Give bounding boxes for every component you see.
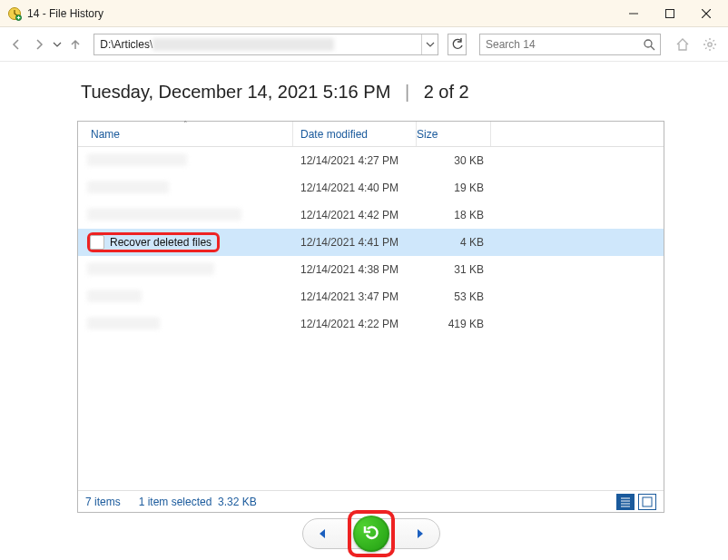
restore-highlight [348,510,395,557]
file-date-cell: 12/14/2021 4:27 PM [293,154,417,167]
file-size-cell: 30 KB [417,154,491,167]
version-heading: Tuesday, December 14, 2021 5:16 PM | 2 o… [81,82,664,103]
window-title: 14 - File History [27,7,103,20]
file-list: ˄ Name Date modified Size 12/14/2021 4:2… [77,121,664,513]
chevron-down-icon [53,40,62,49]
chevron-down-icon [426,40,435,49]
forward-icon [32,37,46,52]
version-datetime: Tuesday, December 14, 2021 5:16 PM [81,82,390,102]
forward-button[interactable] [29,34,47,55]
file-row[interactable]: 12/14/2021 4:27 PM30 KB [78,147,664,174]
recent-locations-button[interactable] [52,40,63,49]
up-button[interactable] [66,34,84,55]
column-header-size-label: Size [417,128,438,141]
up-icon [68,37,83,52]
file-name-cell [78,153,293,169]
address-path[interactable]: D:\Articles\ [94,34,421,54]
file-size-cell: 53 KB [417,290,491,303]
file-row[interactable]: 12/14/2021 4:42 PM18 KB [78,201,664,229]
details-view-button[interactable] [616,494,635,510]
file-name-cell [78,290,293,305]
file-name-redacted [87,317,160,329]
sort-ascending-icon: ˄ [183,120,188,129]
file-name-label: Recover deleted files [110,236,212,249]
svg-rect-3 [666,9,674,17]
file-date-cell: 12/14/2021 4:40 PM [293,182,417,194]
address-path-redacted [152,38,334,51]
home-button[interactable] [672,34,694,55]
status-item-count: 7 items [85,496,121,508]
file-row[interactable]: 12/14/2021 4:22 PM419 KB [78,310,664,338]
file-size-cell: 31 KB [417,263,491,276]
titlebar: 14 - File History [0,0,728,27]
status-selected-count: 1 item selected [139,496,212,508]
file-date-cell: 12/14/2021 4:41 PM [293,236,417,249]
svg-line-7 [651,46,654,50]
file-name-redacted [87,262,214,275]
address-dropdown-button[interactable] [421,34,438,54]
maximize-button[interactable] [652,0,688,27]
large-icons-view-button[interactable] [638,494,656,510]
file-name-cell [78,181,293,196]
file-date-cell: 12/14/2021 4:38 PM [293,263,417,276]
selection-highlight: Recover deleted files [87,232,220,252]
file-name-redacted [87,181,169,193]
previous-version-icon [314,526,329,541]
version-nav [77,513,664,560]
address-bar[interactable]: D:\Articles\ [93,34,438,55]
home-icon [675,37,690,52]
search-button[interactable] [638,34,660,54]
refresh-icon [451,38,464,51]
minimize-button[interactable] [615,0,652,27]
file-size-cell: 4 KB [417,236,491,249]
app-icon [7,6,22,21]
back-button[interactable] [7,34,25,55]
large-icons-view-icon [642,496,653,507]
file-name-redacted [87,290,142,302]
file-rows: 12/14/2021 4:27 PM30 KB12/14/2021 4:40 P… [78,147,664,490]
file-date-cell: 12/14/2021 3:47 PM [293,290,417,303]
version-nav-pill [302,518,440,549]
file-name-cell [78,317,293,332]
file-name-cell [78,262,293,278]
heading-separator: | [405,82,409,102]
status-bar: 7 items 1 item selected 3.32 KB [78,490,664,512]
file-row[interactable]: 12/14/2021 3:47 PM53 KB [78,283,664,310]
file-name-cell [78,208,293,223]
file-size-cell: 419 KB [417,318,491,330]
search-input[interactable] [480,34,638,54]
file-name-redacted [87,208,241,221]
details-view-icon [620,496,631,507]
file-row[interactable]: 12/14/2021 4:40 PM19 KB [78,174,664,201]
version-position: 2 of 2 [424,82,469,102]
navigation-toolbar: D:\Articles\ [0,27,728,62]
svg-point-8 [708,42,712,45]
file-name-wrap [87,208,241,223]
close-button[interactable] [688,0,724,27]
next-version-button[interactable] [412,526,430,541]
file-name-cell: Recover deleted files [78,232,293,252]
column-header-name[interactable]: ˄ Name [78,122,293,146]
search-box[interactable] [479,34,661,55]
back-icon [9,37,24,52]
column-header-size[interactable]: Size [417,122,491,146]
file-name-wrap [87,153,187,169]
restore-button[interactable] [353,516,389,552]
column-header-date[interactable]: Date modified [293,122,417,146]
previous-version-button[interactable] [312,526,330,541]
file-date-cell: 12/14/2021 4:42 PM [293,209,417,221]
gear-icon [703,37,717,52]
main-content: Tuesday, December 14, 2021 5:16 PM | 2 o… [0,62,728,560]
svg-point-6 [644,40,652,47]
file-row[interactable]: Recover deleted files12/14/2021 4:41 PM4… [78,229,664,256]
column-header-name-label: Name [91,128,120,141]
column-headers: ˄ Name Date modified Size [78,122,664,147]
settings-button[interactable] [699,34,721,55]
next-version-icon [414,526,428,541]
file-size-cell: 18 KB [417,209,491,221]
file-name-wrap [87,290,142,305]
refresh-button[interactable] [448,34,467,55]
file-row[interactable]: 12/14/2021 4:38 PM31 KB [78,256,664,283]
file-size-cell: 19 KB [417,182,491,194]
file-date-cell: 12/14/2021 4:22 PM [293,318,417,330]
